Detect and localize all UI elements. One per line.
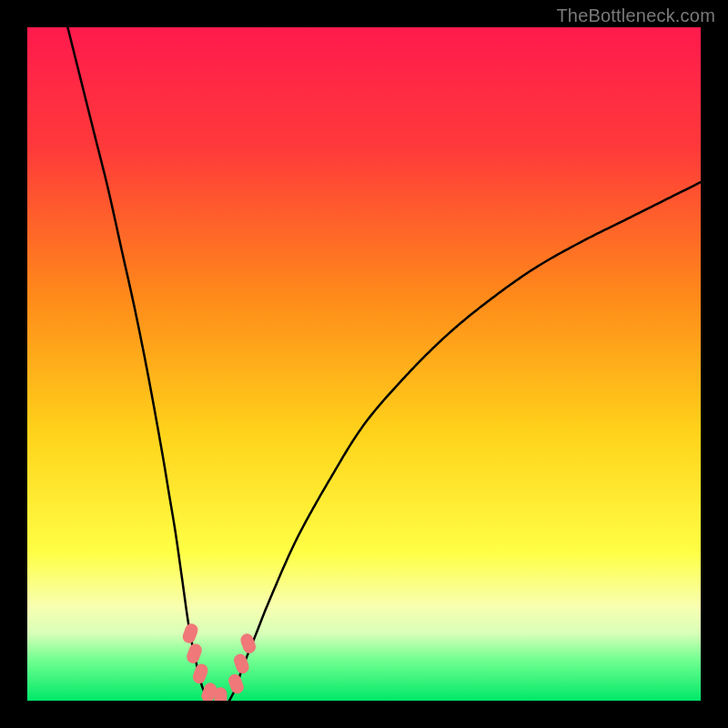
watermark-text: TheBottleneck.com bbox=[556, 5, 715, 26]
svg-rect-0 bbox=[27, 27, 701, 701]
plot-area bbox=[27, 27, 701, 701]
gradient-background bbox=[27, 27, 701, 701]
